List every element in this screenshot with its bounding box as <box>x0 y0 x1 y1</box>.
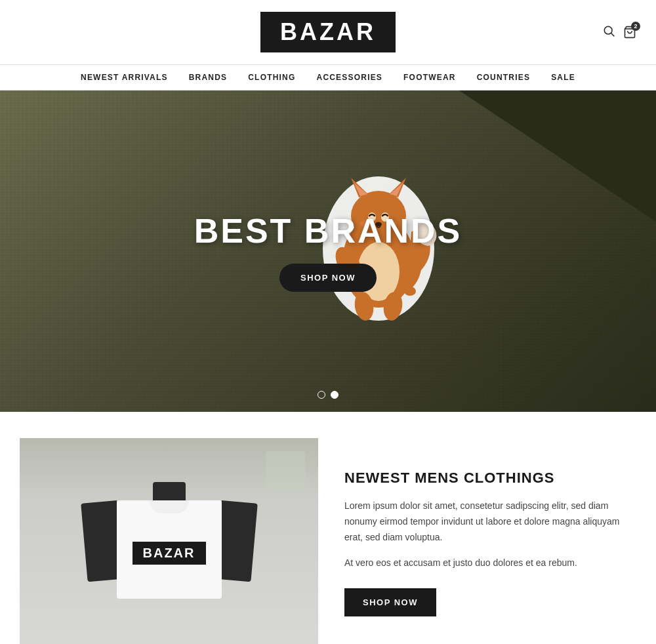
feature-paragraph-2: At vero eos et accusam et justo duo dolo… <box>344 555 636 571</box>
feature-image: BAZAR <box>20 438 318 644</box>
svg-line-1 <box>611 33 615 37</box>
nav-item-countries[interactable]: COUNTRIES <box>477 73 530 82</box>
hero-banner: BEST BRANDS SHOP NOW <box>0 91 656 412</box>
nav-item-brands[interactable]: BRANDS <box>189 73 228 82</box>
hero-title: BEST BRANDS <box>194 211 462 251</box>
feature-section: BAZAR NEWEST MENS CLOTHINGS Lorem ipsum … <box>0 412 656 644</box>
cart-icon-wrapper[interactable]: 2 <box>623 26 636 39</box>
carousel-dots <box>318 391 338 399</box>
header: BAZAR 2 <box>0 0 656 64</box>
feature-paragraph-1: Lorem ipsum dolor sit amet, consetetur s… <box>344 498 636 545</box>
feature-cta-button[interactable]: SHOP NOW <box>344 588 436 616</box>
header-actions: 2 <box>602 24 636 40</box>
hero-cta-button[interactable]: SHOP NOW <box>279 264 377 292</box>
search-icon[interactable] <box>602 24 615 40</box>
logo[interactable]: BAZAR <box>260 12 396 52</box>
feature-content: NEWEST MENS CLOTHINGS Lorem ipsum dolor … <box>344 438 636 644</box>
nav-item-sale[interactable]: SALE <box>551 73 575 82</box>
nav-item-accessories[interactable]: ACCESSORIES <box>317 73 383 82</box>
tshirt-bazar-label: BAZAR <box>133 542 206 565</box>
main-nav: NEWEST ARRIVALS BRANDS CLOTHING ACCESSOR… <box>0 64 656 91</box>
nav-item-footwear[interactable]: FOOTWEAR <box>403 73 456 82</box>
cart-badge: 2 <box>631 22 640 31</box>
carousel-dot-1[interactable] <box>318 391 325 399</box>
carousel-dot-2[interactable] <box>331 391 338 399</box>
nav-item-clothing[interactable]: CLOTHING <box>248 73 295 82</box>
svg-point-0 <box>604 26 612 34</box>
hero-content: BEST BRANDS SHOP NOW <box>194 211 462 292</box>
nav-item-newest-arrivals[interactable]: NEWEST ARRIVALS <box>81 73 168 82</box>
feature-title: NEWEST MENS CLOTHINGS <box>344 470 636 487</box>
brand-name: BAZAR <box>280 18 376 45</box>
